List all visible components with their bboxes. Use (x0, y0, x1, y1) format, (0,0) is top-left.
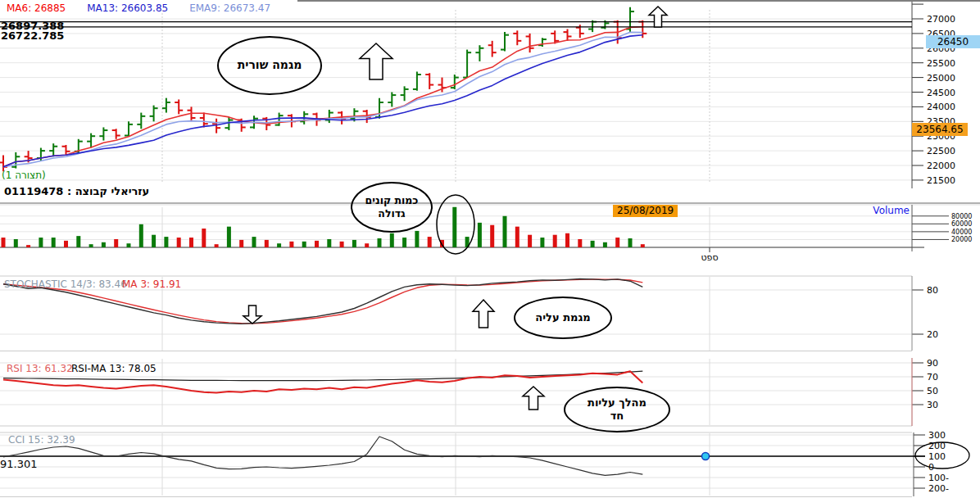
cci-label: CCI 15: 32.39 (8, 435, 75, 446)
svg-text:21500: 21500 (927, 175, 955, 186)
ma13-label: MA13: 26603.85 (87, 2, 168, 14)
svg-text:300: 300 (928, 430, 946, 441)
svg-text:24500: 24500 (927, 88, 955, 98)
svg-text:90: 90 (927, 358, 938, 369)
stochastic-ma-label: MA 3: 91.91 (122, 279, 181, 290)
month-tick-label: ספט (697, 253, 722, 263)
date-label: 25/08/2019 (613, 205, 678, 217)
svg-text:40000: 40000 (951, 229, 972, 236)
rsi-ma-label: RSI-MA 13: 78.05 (71, 364, 157, 374)
ema9-label: EMA9: 26673.47 (189, 2, 270, 14)
svg-text:70: 70 (927, 372, 938, 383)
price-highlight-current: 26450 (926, 35, 980, 48)
svg-text:200-: 200- (928, 483, 949, 494)
svg-text:80000: 80000 (951, 213, 972, 220)
svg-text:30: 30 (927, 400, 938, 410)
stochastic-label: STOCHASTIC 14/3: 83.46 (4, 279, 127, 290)
sharp-rally-annotation: מהלך עליות חד (564, 387, 670, 432)
config-label: (תצורה 1) (2, 170, 46, 181)
svg-text:100-: 100- (928, 473, 949, 483)
svg-text:24000: 24000 (927, 102, 955, 112)
volume-axis-title: Volume (852, 206, 910, 216)
svg-text:25000: 25000 (927, 73, 955, 84)
svg-text:50: 50 (927, 386, 938, 396)
svg-text:80: 80 (927, 285, 938, 296)
svg-text:22000: 22000 (927, 161, 955, 171)
trading-chart-window: 2700026500260002550025000245002400023500… (0, 0, 980, 498)
svg-text:22500: 22500 (927, 146, 955, 156)
price-highlight-low: 23564.65 (912, 123, 968, 136)
ma6-label: MA6: 26885 (7, 2, 66, 14)
chart-canvas[interactable]: 2700026500260002550025000245002400023500… (0, 0, 980, 498)
resistance-line-label-lower: 26722.785 (1, 30, 64, 42)
svg-text:60000: 60000 (951, 220, 972, 228)
svg-text:27000: 27000 (927, 14, 955, 25)
symbol-label: עזריאלי קבוצה : 01119478 (4, 186, 149, 197)
svg-text:20000: 20000 (951, 236, 972, 243)
svg-text:25500: 25500 (927, 58, 955, 69)
svg-text:100: 100 (928, 451, 946, 462)
uptrend-annotation: מגמת עליה (514, 297, 612, 339)
bullish-trend-annotation: מגמה שורית (217, 36, 322, 95)
rsi-label: RSI 13: 61.32 (7, 364, 73, 374)
buyers-annotation: כמות קונים גדולה (351, 182, 433, 233)
ma-labels-row: MA6: 26885 MA13: 26603.85 EMA9: 26673.47 (7, 2, 270, 14)
cci-value-label: 91.301 (0, 459, 38, 470)
svg-text:20: 20 (927, 329, 938, 340)
